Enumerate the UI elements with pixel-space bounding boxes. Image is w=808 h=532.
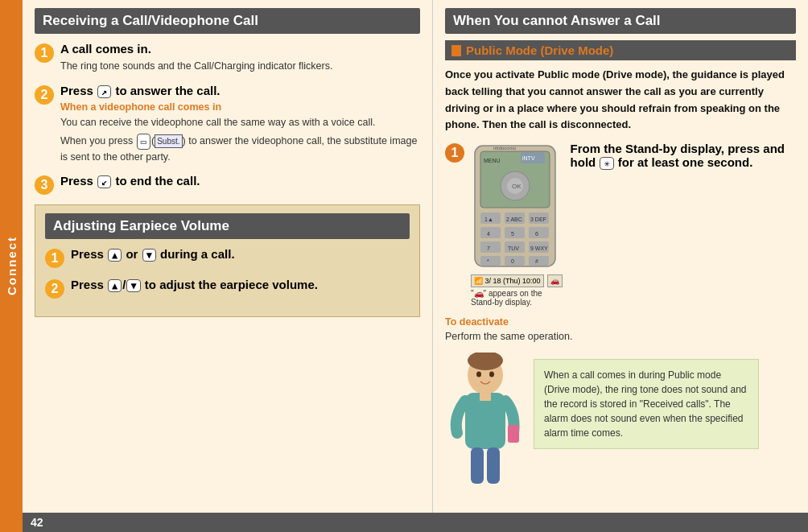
drive-icon-box: 🚗: [547, 274, 563, 287]
ear-step2: 2 Press ▲/▼ to adjust the earpiece volum…: [45, 278, 410, 299]
public-mode-header: Public Mode (Drive Mode): [445, 40, 796, 60]
standby-time: 3/ 18 (Thu) 10:00: [485, 277, 541, 285]
svg-text:iNTV: iNTV: [522, 155, 535, 161]
ear-step1-content: Press ▲ or ▼ during a call.: [71, 247, 410, 265]
svg-rect-30: [529, 256, 549, 266]
right-step1-inner: MENU iNTV OK 1▲ 2 ABC: [471, 142, 796, 307]
sidebar-tab: Connect: [0, 0, 23, 532]
step2-desc1: You can receive the videophone call the …: [60, 115, 420, 130]
right-step1-title: From the Stand-by display, press and hol…: [571, 142, 796, 170]
character-svg: [445, 353, 526, 489]
icon-quote: 🚗: [474, 289, 484, 298]
svg-text:#: #: [535, 258, 538, 264]
standby-box: 📶 3/ 18 (Thu) 10:00: [471, 274, 544, 287]
svg-rect-39: [508, 425, 519, 443]
svg-rect-41: [487, 447, 500, 484]
intro-paragraph: Once you activate Public mode (Drive mod…: [445, 67, 796, 134]
ear-step2-number: 2: [45, 279, 64, 299]
ear-step1-title: Press ▲ or ▼ during a call.: [71, 247, 410, 262]
section-right-header: When You cannot Answer a Call: [445, 8, 796, 34]
videophone-label: When a videophone call comes in: [60, 101, 420, 113]
svg-text:5: 5: [511, 231, 514, 237]
ear-step2-content: Press ▲/▼ to adjust the earpiece volume.: [71, 278, 410, 295]
svg-text:6: 6: [535, 231, 538, 237]
ear-step1-number: 1: [45, 249, 64, 268]
svg-rect-37: [465, 393, 505, 449]
step3-number: 3: [35, 175, 54, 195]
svg-rect-18: [529, 227, 549, 238]
svg-text:TUV: TUV: [508, 245, 519, 251]
step1-content: A call comes in. The ring tone sounds an…: [60, 42, 420, 74]
main-content: Receiving a Call/Videophone Call 1 A cal…: [23, 0, 808, 532]
deactivate-desc: Perform the same operation.: [445, 329, 796, 344]
subst-key-icon: ▭: [137, 134, 150, 150]
bottom-bar: 42: [23, 513, 808, 532]
svg-text:MENU: MENU: [484, 158, 501, 163]
section2-header: Adjusting Earpiece Volume: [45, 213, 410, 239]
step3-content: Press ↙ to end the call.: [60, 174, 420, 192]
svg-rect-28: [505, 256, 525, 266]
phone-illustration: MENU iNTV OK 1▲ 2 ABC: [471, 142, 559, 270]
end-key-icon: ↙: [97, 175, 111, 188]
step1-title-text: A call comes in.: [60, 42, 151, 56]
right-step1-text: From the Stand-by display, press and hol…: [571, 142, 796, 173]
svg-rect-40: [471, 447, 484, 484]
svg-rect-20: [480, 241, 501, 253]
svg-text:1▲: 1▲: [484, 217, 493, 222]
step3: 3 Press ↙ to end the call.: [35, 174, 420, 195]
step2-number: 2: [35, 85, 54, 105]
svg-text:0: 0: [511, 258, 514, 264]
character-area: When a call comes in during Public mode …: [445, 353, 796, 489]
ear-step1: 1 Press ▲ or ▼ during a call.: [45, 247, 410, 268]
svg-text:OK: OK: [512, 183, 521, 190]
columns: Receiving a Call/Videophone Call 1 A cal…: [23, 0, 808, 513]
right-column: When You cannot Answer a Call Public Mod…: [433, 0, 808, 513]
step3-title: Press ↙ to end the call.: [60, 174, 420, 188]
svg-rect-26: [480, 256, 501, 266]
up-key-icon: ▲: [108, 249, 122, 262]
svg-text:2 ABC: 2 ABC: [506, 217, 522, 222]
left-column: Receiving a Call/Videophone Call 1 A cal…: [23, 0, 433, 513]
section1-header: Receiving a Call/Videophone Call: [35, 8, 420, 34]
svg-text:4: 4: [487, 231, 490, 237]
svg-text:9 WXY: 9 WXY: [530, 245, 548, 251]
standby-icon: 📶: [474, 277, 483, 285]
svg-text:3 DEF: 3 DEF: [530, 217, 546, 222]
warning-box: When a call comes in during Public mode …: [534, 359, 759, 449]
step2-desc2: When you press ▭(Subst.) to answer the v…: [60, 134, 420, 165]
svg-text:*: *: [487, 258, 489, 264]
svg-text:nttdocomo: nttdocomo: [493, 146, 517, 151]
right-step1: 1 MENU iNTV: [445, 142, 796, 307]
subst-label: Subst.: [155, 134, 182, 148]
step2: 2 Press ↗ to answer the call. When a vid…: [35, 84, 420, 165]
right-step1-number: 1: [445, 143, 464, 163]
star-key-icon: ✳: [600, 157, 613, 170]
answer-key-icon: ↗: [97, 85, 111, 98]
step1-title: A call comes in.: [60, 42, 420, 56]
svg-rect-14: [480, 227, 501, 238]
ear-step2-title: Press ▲/▼ to adjust the earpiece volume.: [71, 278, 410, 292]
up-key-icon2: ▲: [108, 279, 122, 292]
step2-content: Press ↗ to answer the call. When a video…: [60, 84, 420, 165]
step1: 1 A call comes in. The ring tone sounds …: [35, 42, 420, 74]
down-key-icon: ▼: [142, 249, 156, 262]
section2: Adjusting Earpiece Volume 1 Press ▲ or ▼…: [35, 204, 420, 317]
step2-title: Press ↗ to answer the call.: [60, 84, 420, 98]
page-number: 42: [23, 513, 52, 531]
svg-text:7: 7: [487, 245, 490, 251]
step1-desc: The ring tone sounds and the Call/Chargi…: [60, 59, 420, 74]
svg-point-35: [476, 371, 481, 377]
standby-note: "🚗" appears on the Stand-by display.: [471, 289, 559, 307]
step1-number: 1: [35, 43, 54, 63]
deactivate-label: To deactivate: [445, 316, 796, 328]
svg-point-36: [489, 371, 494, 377]
svg-rect-16: [505, 227, 525, 238]
down-key-icon2: ▼: [126, 279, 140, 292]
svg-rect-38: [480, 391, 491, 401]
